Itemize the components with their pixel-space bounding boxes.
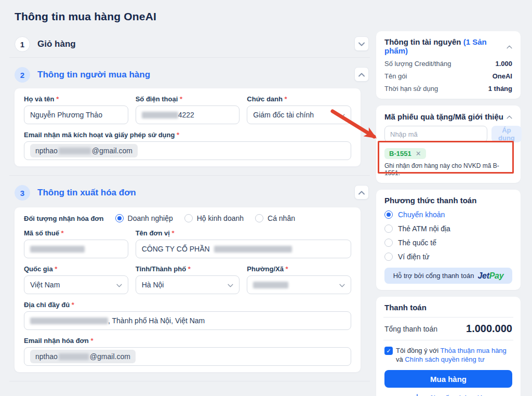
invoice-form-card: Đối tượng nhận hóa đơn Doanh nghiệp Hộ k… <box>14 207 361 373</box>
chevron-up-icon[interactable] <box>507 112 512 121</box>
radio-selected-icon <box>115 214 124 222</box>
jetpay-logo-pay: Pay <box>489 271 504 280</box>
chevron-down-icon <box>339 111 345 119</box>
terms-text: Tôi đồng ý với Thỏa thuận mua hàng và Ch… <box>396 346 512 364</box>
section-divider <box>9 57 370 58</box>
checkout-title: Thanh toán <box>384 303 512 312</box>
purchase-agreement-link[interactable]: Thỏa thuận mua hàng <box>441 347 507 354</box>
phone-field: Số điện thoại 4222 <box>136 95 240 124</box>
order-summary-sidebar: Thông tin tài nguyên (1 Sản phẩm) Số lượ… <box>376 31 521 396</box>
activation-email-field: Email nhận mã kích hoạt và giấy phép sử … <box>24 131 351 160</box>
remove-tag-icon[interactable]: ✕ <box>416 150 421 157</box>
redacted-block <box>59 148 91 154</box>
ward-label: Phường/Xã <box>247 265 351 273</box>
referral-code-text: B-1551 <box>389 150 411 157</box>
apply-voucher-button[interactable]: Áp dụng <box>491 126 522 142</box>
job-title-field: Chức danh Giám đốc tài chính <box>247 95 351 124</box>
invoice-email-input[interactable]: npthao@gmail.com <box>24 347 351 366</box>
buyer-collapse-button[interactable] <box>354 67 369 82</box>
country-select[interactable]: Việt Nam <box>24 275 128 294</box>
payment-method-title: Phương thức thanh toán <box>384 196 512 205</box>
terms-prefix: Tôi đồng ý với <box>396 347 441 354</box>
section-invoice-header: 3 Thông tin xuất hóa đơn <box>9 183 370 203</box>
divider <box>383 340 513 340</box>
job-title-select[interactable]: Giám đốc tài chính <box>247 105 351 124</box>
agree-checkbox[interactable]: ✓ <box>384 347 393 355</box>
email-redacted-chip: npthao@gmail.com <box>30 144 138 157</box>
jetpay-logo-jet: Jet <box>478 271 489 280</box>
chevron-up-icon <box>358 188 365 197</box>
payment-option-ewallet[interactable]: Ví điện tử <box>384 253 512 261</box>
radio-label: Hộ kinh doanh <box>197 214 244 222</box>
resource-row: Số lượng Credit/tháng 1.000 <box>384 60 512 68</box>
full-name-input[interactable]: Nguyễn Phương Thảo <box>24 105 128 124</box>
company-name-prefix: CÔNG TY CỔ PHẦN <box>142 245 210 253</box>
terms-agreement: ✓ Tôi đồng ý với Thỏa thuận mua hàng và … <box>384 346 512 364</box>
ward-select[interactable] <box>247 275 351 294</box>
chevron-down-icon <box>116 281 122 289</box>
radio-icon <box>184 214 193 222</box>
city-value: Hà Nội <box>142 281 164 289</box>
invoice-collapse-button[interactable] <box>354 185 369 200</box>
radio-icon <box>384 225 393 233</box>
activation-email-input[interactable]: npthao@gmail.com <box>24 141 351 160</box>
payment-option-atm-card[interactable]: Thẻ ATM nội địa <box>384 225 512 233</box>
voucher-title: Mã phiếu quà tặng/Mã giới thiệu <box>384 112 503 121</box>
section-buyer-header: 2 Thông tin người mua hàng <box>9 65 370 85</box>
country-label: Quốc gia <box>24 265 128 273</box>
email-prefix: npthao <box>35 352 58 361</box>
section-title-buyer: Thông tin người mua hàng <box>37 70 150 80</box>
payment-method-card: Phương thức thanh toán Chuyển khoản Thẻ … <box>376 190 521 290</box>
page-title: Thông tin mua hàng OneAI <box>15 10 370 23</box>
download-icon <box>414 394 421 396</box>
payment-option-international-card[interactable]: Thẻ quốc tế <box>384 239 512 247</box>
redacted-block <box>214 246 292 253</box>
payment-option-bank-transfer[interactable]: Chuyển khoản <box>384 210 512 219</box>
email-suffix: @gmail.com <box>92 147 132 155</box>
radio-option-household[interactable]: Hộ kinh doanh <box>184 214 244 222</box>
resources-title-text: Thông tin tài nguyên <box>384 37 461 46</box>
city-label: Tỉnh/Thành phố <box>136 265 240 273</box>
chevron-down-icon <box>228 281 233 289</box>
tax-code-label: Mã số thuế <box>24 229 128 237</box>
resources-card: Thông tin tài nguyên (1 Sản phẩm) Số lượ… <box>376 31 521 99</box>
jetpay-logo: JetPay <box>478 271 504 281</box>
resource-value: OneAI <box>493 72 512 80</box>
company-name-field: Tên đơn vị CÔNG TY CỔ PHẦN <box>136 229 351 258</box>
radio-icon <box>384 239 393 247</box>
activation-email-label: Email nhận mã kích hoạt và giấy phép sử … <box>24 131 351 139</box>
section-divider <box>9 175 370 176</box>
radio-icon <box>255 214 263 222</box>
invoice-recipient-row: Đối tượng nhận hóa đơn Doanh nghiệp Hộ k… <box>24 214 351 222</box>
invoice-email-label: Email nhận hóa đơn <box>24 337 351 345</box>
section-cart-header: 1 Giỏ hàng <box>9 34 370 54</box>
radio-option-business[interactable]: Doanh nghiệp <box>115 214 173 222</box>
buy-button[interactable]: Mua hàng <box>384 370 512 388</box>
phone-label: Số điện thoại <box>136 95 240 103</box>
redacted-block <box>30 246 85 253</box>
phone-input[interactable]: 4222 <box>136 105 240 124</box>
company-name-label: Tên đơn vị <box>136 229 351 237</box>
tax-code-input[interactable] <box>24 240 128 258</box>
chevron-up-icon[interactable] <box>507 42 512 51</box>
download-quote-link[interactable]: Tải xuống báo giá <box>384 394 512 396</box>
company-name-input[interactable]: CÔNG TY CỔ PHẦN <box>136 240 351 258</box>
privacy-policy-link[interactable]: Chính sách quyền riêng tư <box>405 355 484 363</box>
cart-collapse-button[interactable] <box>354 36 369 51</box>
city-select[interactable]: Hà Nội <box>136 275 240 294</box>
resource-label: Thời hạn sử dụng <box>384 85 438 93</box>
checkout-main-column: Thông tin mua hàng OneAI 1 Giỏ hàng 2 Th… <box>9 4 370 381</box>
country-value: Việt Nam <box>30 281 60 289</box>
voucher-code-input[interactable] <box>384 126 487 142</box>
radio-option-individual[interactable]: Cá nhân <box>255 214 295 222</box>
full-name-field: Họ và tên Nguyễn Phương Thảo <box>24 95 128 124</box>
resource-label: Số lượng Credit/tháng <box>384 60 451 68</box>
checkout-card: Thanh toán Tổng thanh toán 1.000.000 ✓ T… <box>376 297 521 396</box>
address-input[interactable]: , Thành phố Hà Nội, Việt Nam <box>24 311 351 330</box>
resource-label: Tên gói <box>384 72 407 80</box>
chevron-down-icon <box>358 39 365 48</box>
payment-option-label: Ví điện tử <box>398 253 430 261</box>
section-title-invoice: Thông tin xuất hóa đơn <box>37 188 136 198</box>
resource-value: 1.000 <box>495 60 512 68</box>
invoice-recipient-label: Đối tượng nhận hóa đơn <box>24 215 104 222</box>
